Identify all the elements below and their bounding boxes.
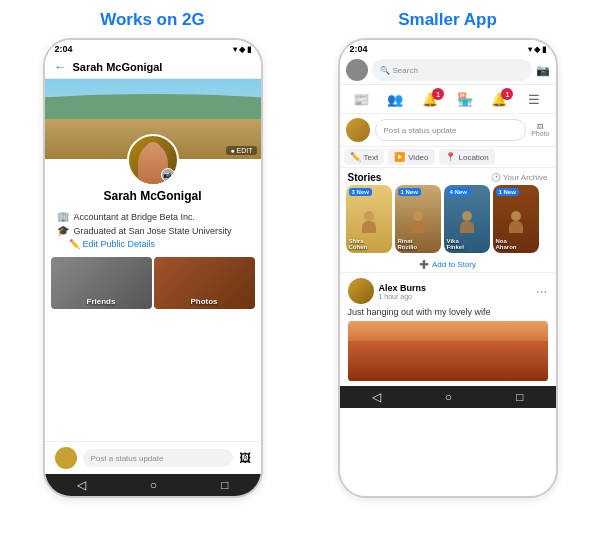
your-archive[interactable]: 🕐 Your Archive (491, 173, 548, 182)
post-status-avatar (346, 118, 370, 142)
stories-title: Stories (348, 172, 382, 183)
edit-pencil-icon: ✏️ (69, 239, 80, 249)
stories-header: Stories 🕐 Your Archive (340, 168, 556, 185)
nav-recent-btn[interactable]: □ (221, 478, 228, 492)
story-card-2[interactable]: 4 New Vika Finkel (444, 185, 490, 253)
profile-name: Sarah McGonigal (103, 189, 201, 203)
feed-nav-icons: 📰 👥 🔔 1 🏪 🔔 1 ☰ (340, 85, 556, 114)
post-card: Alex Burns 1 hour ago ··· Just hanging o… (340, 273, 556, 386)
story-name-1: Rinat Rozilio (398, 238, 438, 250)
notification-badge: 1 (432, 88, 444, 100)
search-placeholder: Search (393, 66, 418, 75)
feed-avatar[interactable] (346, 59, 368, 81)
story-card-1[interactable]: 1 New Rinat Rozilio (395, 185, 441, 253)
photos-photo[interactable]: Photos (154, 257, 255, 309)
news-icon: 📰 (353, 92, 369, 107)
avatar: 📷 (127, 134, 179, 186)
text-tab-label: Text (364, 153, 379, 162)
camera-right-icon[interactable]: 📷 (536, 64, 550, 77)
video-icon: ▶️ (394, 152, 405, 162)
nav-icon-alerts[interactable]: 🔔 1 (485, 88, 513, 110)
feed-top-bar: 🔍 Search 📷 (340, 56, 556, 85)
nav-home-btn[interactable]: ○ (150, 478, 157, 492)
post-user-info: Alex Burns 1 hour ago (379, 283, 531, 300)
nav-icon-notifications[interactable]: 🔔 1 (416, 88, 444, 110)
right-time: 2:04 (350, 44, 368, 54)
left-title: Works on 2G (100, 10, 205, 30)
back-arrow-icon[interactable]: ← (55, 60, 67, 74)
post-avatar-small (55, 447, 77, 469)
nav-icon-news[interactable]: 📰 (347, 88, 375, 110)
story-badge-3: 1 New (496, 188, 519, 196)
marketplace-icon: 🏪 (457, 92, 473, 107)
battery-icon: ▮ (247, 45, 251, 54)
right-phone: 2:04 ▾ ◆ ▮ 🔍 Search 📷 📰 (338, 38, 558, 498)
photo-label: Photo (531, 130, 549, 137)
right-nav-recent-btn[interactable]: □ (516, 390, 523, 404)
post-image (348, 321, 548, 381)
post-placeholder: Post a status update (91, 454, 164, 463)
nav-icon-marketplace[interactable]: 🏪 (451, 88, 479, 110)
friends-label: Friends (87, 297, 116, 306)
work-icon: 🏢 (57, 211, 69, 222)
left-time: 2:04 (55, 44, 73, 54)
nav-back-btn[interactable]: ◁ (77, 478, 86, 492)
nav-icon-menu[interactable]: ☰ (520, 88, 548, 110)
add-story-button[interactable]: ➕ Add to Story (340, 257, 556, 272)
profile-post-bar: Post a status update 🖼 (45, 441, 261, 474)
post-photo-icon[interactable]: 🖼 Photo (531, 123, 549, 137)
story-card-3[interactable]: 1 New Noa Aharon (493, 185, 539, 253)
nav-icon-friends[interactable]: 👥 (381, 88, 409, 110)
profile-nav: ← Sarah McGonigal (45, 56, 261, 79)
edit-public-link[interactable]: ✏️ Edit Public Details (57, 239, 249, 249)
video-tab-label: Video (408, 153, 428, 162)
right-android-nav: ◁ ○ □ (340, 386, 556, 408)
main-container: Works on 2G 2:04 ▾ ◆ ▮ ← Sarah McGonigal (0, 0, 600, 541)
right-nav-back-btn[interactable]: ◁ (372, 390, 381, 404)
education-text: Graduated at San Jose State University (74, 226, 232, 236)
friends-photo[interactable]: Friends (51, 257, 152, 309)
left-status-bar: 2:04 ▾ ◆ ▮ (45, 40, 261, 56)
add-story-label: Add to Story (432, 260, 476, 269)
post-header: Alex Burns 1 hour ago ··· (348, 278, 548, 304)
avatar-section: 📷 Sarah McGonigal (45, 134, 261, 207)
info-row-work: 🏢 Accountant at Bridge Beta Inc. (57, 211, 249, 222)
canyon-image (348, 341, 548, 381)
search-bar[interactable]: 🔍 Search (372, 59, 532, 81)
left-column: Works on 2G 2:04 ▾ ◆ ▮ ← Sarah McGonigal (10, 10, 295, 536)
work-text: Accountant at Bridge Beta Inc. (74, 212, 196, 222)
right-nav-home-btn[interactable]: ○ (445, 390, 452, 404)
tab-video[interactable]: ▶️ Video (388, 149, 434, 165)
edit-public-label[interactable]: Edit Public Details (83, 239, 156, 249)
info-row-education: 🎓 Graduated at San Jose State University (57, 225, 249, 236)
tab-text[interactable]: ✏️ Text (344, 149, 385, 165)
left-android-nav: ◁ ○ □ (45, 474, 261, 496)
profile-info: 🏢 Accountant at Bridge Beta Inc. 🎓 Gradu… (45, 207, 261, 257)
right-status-icons: ▾ ◆ ▮ (528, 45, 546, 54)
story-person-0 (361, 211, 377, 233)
education-icon: 🎓 (57, 225, 69, 236)
story-badge-1: 1 New (398, 188, 421, 196)
photo-icon[interactable]: 🖼 (239, 451, 251, 465)
profile-nav-name: Sarah McGonigal (73, 61, 163, 73)
story-name-0: Shira Cohen (349, 238, 389, 250)
archive-label: Your Archive (503, 173, 548, 182)
post-status-input[interactable]: Post a status update (83, 449, 233, 467)
friends-icon: 👥 (387, 92, 403, 107)
post-text: Just hanging out with my lovely wife (348, 307, 548, 317)
story-name-2: Vika Finkel (447, 238, 487, 250)
post-user-avatar (348, 278, 374, 304)
right-battery-icon: ▮ (542, 45, 546, 54)
photo-icon-label: 🖼 (537, 123, 544, 130)
tab-location[interactable]: 📍 Location (439, 149, 495, 165)
story-badge-2: 4 New (447, 188, 470, 196)
story-card-0[interactable]: 3 New Shira Cohen (346, 185, 392, 253)
camera-icon[interactable]: 📷 (161, 168, 175, 182)
story-person-2 (459, 211, 475, 233)
post-time: 1 hour ago (379, 293, 531, 300)
story-badge-0: 3 New (349, 188, 372, 196)
stories-row: 3 New Shira Cohen 1 New Rinat Rozilio (340, 185, 556, 257)
location-tab-label: Location (459, 153, 489, 162)
post-status-input-right[interactable]: Post a status update (375, 119, 527, 141)
post-menu-icon[interactable]: ··· (536, 283, 548, 299)
